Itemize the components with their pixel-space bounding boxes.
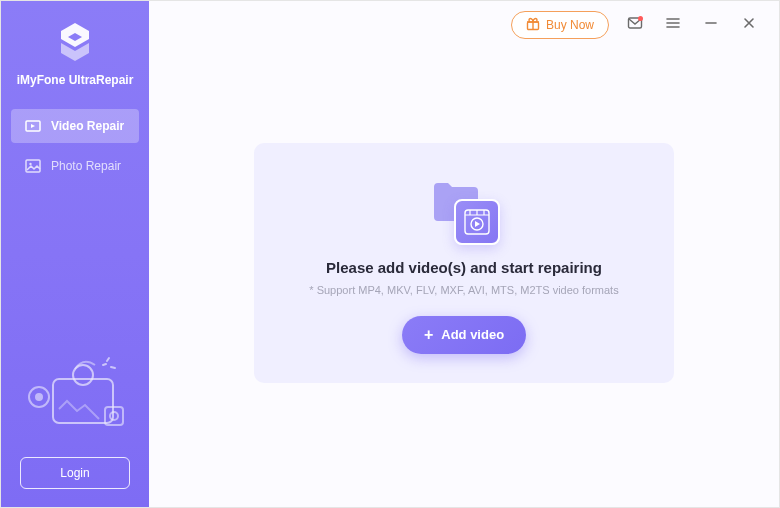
minimize-icon	[703, 15, 719, 35]
content: Please add video(s) and start repairing …	[149, 49, 779, 507]
notifications-button[interactable]	[623, 13, 647, 37]
gift-icon	[526, 17, 540, 34]
sidebar-illustration	[15, 349, 135, 439]
panel-subline: * Support MP4, MKV, FLV, MXF, AVI, MTS, …	[309, 284, 618, 296]
drop-panel[interactable]: Please add video(s) and start repairing …	[254, 143, 674, 383]
titlebar: Buy Now	[149, 1, 779, 49]
main-area: Buy Now	[149, 1, 779, 507]
buy-now-label: Buy Now	[546, 18, 594, 32]
sidebar: iMyFone UltraRepair Video Repair Photo R…	[1, 1, 149, 507]
close-icon	[741, 15, 757, 35]
video-icon	[25, 118, 41, 134]
sidebar-item-label: Photo Repair	[51, 159, 121, 173]
add-video-button[interactable]: + Add video	[402, 316, 526, 354]
plus-icon: +	[424, 327, 433, 343]
panel-headline: Please add video(s) and start repairing	[326, 259, 602, 276]
add-video-label: Add video	[441, 327, 504, 342]
photo-icon	[25, 158, 41, 174]
app-title: iMyFone UltraRepair	[17, 73, 134, 87]
notification-dot	[638, 16, 643, 21]
sidebar-item-video-repair[interactable]: Video Repair	[11, 109, 139, 143]
hamburger-icon	[665, 15, 681, 35]
minimize-button[interactable]	[699, 13, 723, 37]
sidebar-item-photo-repair[interactable]: Photo Repair	[11, 149, 139, 183]
close-button[interactable]	[737, 13, 761, 37]
menu-button[interactable]	[661, 13, 685, 37]
login-button[interactable]: Login	[20, 457, 130, 489]
app-logo	[51, 19, 99, 67]
buy-now-button[interactable]: Buy Now	[511, 11, 609, 39]
sidebar-item-label: Video Repair	[51, 119, 124, 133]
svg-point-2	[29, 163, 31, 165]
video-illustration	[428, 173, 500, 245]
